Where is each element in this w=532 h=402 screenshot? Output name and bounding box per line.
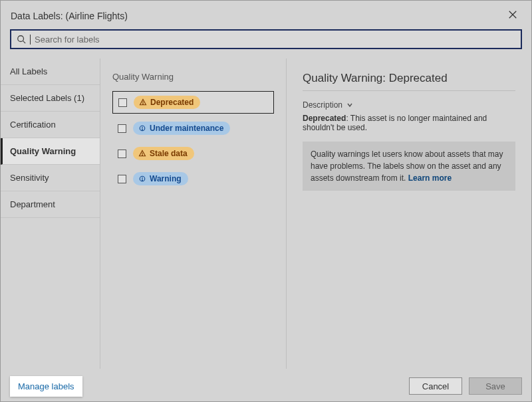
info-box: Quality warnings let users know about as… <box>303 142 515 191</box>
pill-label: Under maintenance <box>150 124 223 133</box>
svg-point-8 <box>142 130 143 130</box>
sidebar-item-sensitivity[interactable]: Sensitivity <box>1 165 100 191</box>
info-icon <box>138 175 146 183</box>
detail-title: Quality Warning: Deprecated <box>303 72 515 85</box>
description-label: Description <box>303 100 342 110</box>
detail-column: Quality Warning: Deprecated Description … <box>287 58 531 369</box>
pill-stale-data: Stale data <box>133 147 194 160</box>
label-list-title: Quality Warning <box>112 72 274 82</box>
svg-point-2 <box>18 36 24 42</box>
maintenance-icon <box>138 124 146 132</box>
close-button[interactable] <box>504 7 521 24</box>
label-list-column: Quality Warning Deprecated Under mainten… <box>100 58 287 369</box>
close-icon <box>508 10 517 19</box>
svg-point-13 <box>142 180 143 181</box>
checkbox-stale-data[interactable] <box>118 150 126 158</box>
pill-label: Deprecated <box>150 98 194 107</box>
sidebar: All Labels Selected Labels (1) Certifica… <box>1 58 100 369</box>
label-row-stale-data[interactable]: Stale data <box>112 143 274 164</box>
warning-icon <box>139 98 147 106</box>
manage-labels-button[interactable]: Manage labels <box>10 376 82 397</box>
warning-icon <box>138 150 146 157</box>
dialog-footer: Manage labels Cancel Save <box>1 371 531 401</box>
sidebar-item-certification[interactable]: Certification <box>1 112 100 138</box>
svg-point-10 <box>142 155 143 155</box>
svg-line-3 <box>23 41 26 44</box>
pill-warning: Warning <box>133 172 188 185</box>
description-text: Deprecated: This asset is no longer main… <box>303 114 515 132</box>
chevron-down-icon <box>346 102 353 108</box>
checkbox-under-maintenance[interactable] <box>118 124 126 133</box>
dialog-header: Data Labels: (Airline Flights) <box>1 1 531 29</box>
svg-point-5 <box>143 104 144 104</box>
search-box[interactable] <box>10 29 522 49</box>
text-caret <box>30 35 31 45</box>
label-row-warning[interactable]: Warning <box>112 168 274 189</box>
pill-deprecated: Deprecated <box>134 96 200 109</box>
label-row-under-maintenance[interactable]: Under maintenance <box>112 118 274 139</box>
learn-more-link[interactable]: Learn more <box>408 173 452 183</box>
description-toggle[interactable]: Description <box>303 100 515 110</box>
checkbox-warning[interactable] <box>118 175 126 183</box>
data-labels-dialog: Data Labels: (Airline Flights) All Label… <box>0 0 532 402</box>
sidebar-item-selected-labels[interactable]: Selected Labels (1) <box>1 85 100 112</box>
search-icon <box>17 35 26 44</box>
checkbox-deprecated[interactable] <box>118 98 127 107</box>
footer-buttons: Cancel Save <box>409 377 522 395</box>
divider <box>303 90 515 91</box>
label-row-deprecated[interactable]: Deprecated <box>112 91 274 114</box>
search-input[interactable] <box>35 35 515 45</box>
dialog-title: Data Labels: (Airline Flights) <box>11 11 128 21</box>
info-text: Quality warnings let users know about as… <box>311 150 503 183</box>
description-name: Deprecated <box>303 114 346 123</box>
search-row <box>1 29 531 58</box>
dialog-body: All Labels Selected Labels (1) Certifica… <box>1 58 531 369</box>
sidebar-item-department[interactable]: Department <box>1 191 100 218</box>
pill-under-maintenance: Under maintenance <box>133 122 230 135</box>
pill-label: Stale data <box>150 149 188 158</box>
save-button[interactable]: Save <box>469 377 522 395</box>
cancel-button[interactable]: Cancel <box>409 377 462 395</box>
pill-label: Warning <box>150 174 182 183</box>
sidebar-item-all-labels[interactable]: All Labels <box>1 58 100 85</box>
sidebar-item-quality-warning[interactable]: Quality Warning <box>1 138 100 165</box>
